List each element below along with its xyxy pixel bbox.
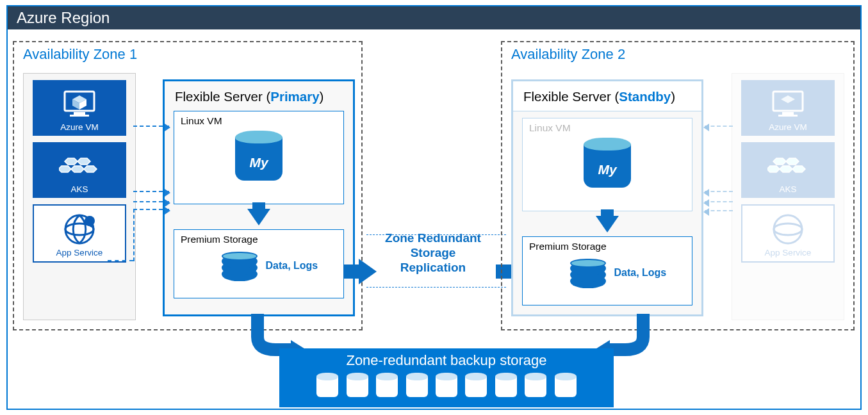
- arrow-vm-to-storage-standby: [596, 216, 619, 232]
- arrow-faded-3: [705, 201, 733, 202]
- backup-disk-icon: [376, 373, 398, 397]
- availability-zone-2: Availability Zone 2 Flexible Server (Sta…: [501, 41, 855, 330]
- premium-storage-box-primary: Premium Storage Data, Logs: [174, 229, 344, 298]
- storage-disks-icon: [222, 250, 258, 286]
- backup-disk-icon: [406, 373, 428, 397]
- flex2-title-suffix: ): [671, 89, 675, 104]
- app-service-tile: App Service: [33, 204, 126, 263]
- vm-icon: [33, 80, 126, 122]
- backup-disk-icon: [465, 373, 487, 397]
- mysql-icon: My: [235, 131, 283, 181]
- backup-disk-icon: [525, 373, 546, 397]
- arrow-faded-2: [705, 191, 733, 192]
- aks-label-faded: AKS: [741, 184, 835, 194]
- azure-region-box: Azure Region Availability Zone 1 Azure V…: [6, 5, 862, 410]
- backup-disk-icon: [347, 373, 368, 397]
- backup-title: Zone-redundant backup storage: [279, 352, 614, 369]
- premium-storage-label-standby: Premium Storage: [529, 241, 685, 252]
- arrow-replication-out: [359, 259, 377, 284]
- standby-label: Standby: [619, 89, 671, 104]
- mysql-text-standby: My: [584, 162, 631, 177]
- svg-rect-7: [782, 112, 794, 115]
- flex-primary-title: Flexible Server (Primary): [165, 81, 353, 111]
- linux-vm-box-standby: Linux VM My: [522, 118, 692, 211]
- repl-dash-top: [366, 234, 506, 235]
- flex2-title-prefix: Flexible Server (: [523, 89, 619, 104]
- linux-vm-label-standby: Linux VM: [529, 122, 685, 134]
- arrow-aks-to-server-2: [133, 201, 169, 202]
- arrow-app-to-server-h: [108, 260, 133, 261]
- data-logs-label: Data, Logs: [265, 260, 318, 272]
- arrow-faded-4: [705, 210, 733, 211]
- app-service-tile-faded: App Service: [741, 204, 835, 263]
- arrow-aks-to-server-1: [133, 191, 169, 192]
- arrow-faded-1: [705, 126, 733, 127]
- backup-disk-icon: [555, 373, 577, 397]
- repl-dash-bottom: [366, 287, 506, 288]
- premium-storage-box-standby: Premium Storage Data, Logs: [522, 236, 692, 305]
- backup-disk-icon: [436, 373, 457, 397]
- linux-vm-box-primary: Linux VM My: [174, 111, 344, 204]
- backup-disks-row: [279, 369, 614, 400]
- clients-column-az1: Azure VM AKS App Service: [23, 73, 136, 320]
- data-logs-label-standby: Data, Logs: [614, 267, 666, 279]
- app-service-icon: [34, 206, 125, 248]
- mysql-text: My: [235, 155, 283, 170]
- svg-point-10: [774, 224, 802, 235]
- availability-zone-1: Availability Zone 1 Azure VM AKS App Ser…: [13, 41, 363, 330]
- mysql-icon-standby: My: [584, 138, 631, 188]
- aks-label: AKS: [33, 184, 126, 194]
- az1-title: Availability Zone 1: [14, 42, 361, 67]
- aks-icon: [33, 142, 126, 184]
- azure-vm-tile-faded: Azure VM: [741, 80, 835, 136]
- svg-rect-2: [70, 115, 89, 117]
- flex-title-suffix: ): [320, 89, 324, 104]
- flex-standby-title: Flexible Server (Standby): [513, 81, 701, 111]
- linux-vm-label: Linux VM: [181, 115, 337, 127]
- region-title: Azure Region: [8, 6, 860, 29]
- aks-tile-faded: AKS: [741, 142, 835, 198]
- app-service-label: App Service: [34, 248, 125, 257]
- app-service-icon-faded: [742, 206, 833, 248]
- arrow-vm-to-server: [133, 126, 169, 127]
- svg-rect-8: [778, 115, 798, 117]
- arrow-vm-to-storage: [247, 209, 270, 225]
- flexible-server-primary: Flexible Server (Primary) Linux VM My Pr…: [163, 79, 355, 316]
- vm-icon-faded: [741, 80, 835, 122]
- replication-label: Zone Redundant Storage Replication: [377, 231, 489, 275]
- arrow-app-to-server-end: [133, 209, 169, 210]
- az2-title: Availability Zone 2: [502, 42, 853, 67]
- app-service-label-faded: App Service: [742, 248, 833, 257]
- aks-tile: AKS: [33, 142, 126, 198]
- backup-disk-icon: [316, 373, 338, 397]
- azure-vm-tile: Azure VM: [33, 80, 126, 136]
- azure-vm-label: Azure VM: [33, 122, 126, 132]
- backup-disk-icon: [495, 373, 517, 397]
- svg-point-9: [774, 215, 802, 243]
- arrow-app-to-server-v: [133, 209, 135, 261]
- azure-vm-label-faded: Azure VM: [741, 122, 835, 132]
- zone-redundant-backup-storage: Zone-redundant backup storage: [279, 348, 614, 407]
- flexible-server-standby: Flexible Server (Standby) Linux VM My Pr…: [511, 79, 703, 316]
- primary-label: Primary: [270, 89, 319, 104]
- svg-rect-1: [74, 112, 85, 115]
- flex-title-prefix: Flexible Server (: [175, 89, 270, 104]
- aks-icon-faded: [741, 142, 835, 184]
- svg-point-5: [85, 216, 95, 226]
- premium-storage-label: Premium Storage: [181, 234, 337, 245]
- storage-disks-icon-standby: [570, 257, 606, 293]
- clients-column-az2: Azure VM AKS App Service: [732, 73, 844, 320]
